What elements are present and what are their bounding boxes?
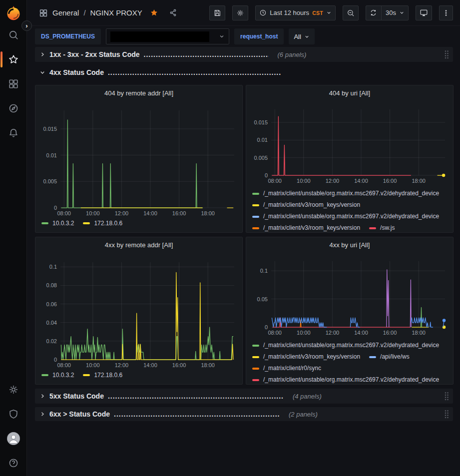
sidebar-item-search[interactable] — [2, 24, 24, 46]
top-header: General / NGINX PROXY Last 12 hours — [27, 0, 460, 26]
legend-item[interactable]: /_matrix/client/v3/room_keys/version — [252, 199, 360, 211]
svg-text:0.08: 0.08 — [46, 282, 57, 288]
dashboard-row-4xx[interactable]: 4xx Status Code ........................… — [35, 65, 453, 79]
dashboard-row-6xx[interactable]: 6xx > Status Code ......................… — [35, 407, 453, 421]
svg-text:0.1: 0.1 — [49, 264, 57, 270]
legend-label: /_matrix/client/unstable/org.matrix.msc2… — [263, 211, 439, 222]
sidebar-item-alerting[interactable] — [2, 122, 24, 144]
legend-item[interactable]: /sw.js — [369, 222, 395, 232]
panel-title[interactable]: 4xx by uri [All] — [246, 241, 453, 249]
legend-label: 172.18.0.6 — [94, 370, 122, 380]
zoom-out-button[interactable] — [343, 5, 359, 20]
grafana-logo-icon[interactable] — [5, 4, 22, 21]
legend-item[interactable]: 172.18.0.6 — [83, 370, 122, 380]
panel-4xx-by-uri: 4xx by uri [All] 00.050.108:0010:0012:00… — [246, 237, 454, 385]
legend-swatch — [252, 356, 259, 358]
legend-swatch — [252, 379, 259, 381]
legend-item[interactable]: /api/live/ws — [369, 351, 410, 363]
svg-text:0.015: 0.015 — [254, 119, 268, 125]
save-dashboard-button[interactable] — [209, 5, 225, 20]
legend-swatch — [41, 222, 48, 224]
chevron-down-icon — [399, 10, 405, 15]
legend-item[interactable]: /_matrix/client/unstable/org.matrix.msc2… — [252, 211, 439, 222]
shield-icon — [8, 409, 19, 420]
panel-title[interactable]: 404 by uri [All] — [246, 89, 453, 97]
dashboard-settings-button[interactable] — [232, 5, 248, 20]
legend-item[interactable]: 172.18.0.6 — [83, 218, 122, 228]
row-panel-count: (4 panels) — [293, 393, 322, 400]
save-icon — [213, 9, 221, 17]
drag-handle-icon[interactable] — [444, 392, 449, 401]
svg-text:12:00: 12:00 — [326, 178, 340, 184]
sidebar-item-configuration[interactable] — [2, 379, 24, 401]
svg-text:0.02: 0.02 — [46, 338, 57, 344]
legend-swatch — [41, 374, 48, 376]
drag-handle-icon[interactable] — [444, 50, 449, 59]
legend-item[interactable]: /_matrix/client/r0/sync — [252, 363, 321, 374]
breadcrumb: General / NGINX PROXY — [39, 8, 177, 17]
legend-swatch — [252, 345, 259, 347]
chart-canvas[interactable]: 00.0050.010.01508:0010:0012:0014:0016:00… — [35, 85, 242, 232]
svg-text:0.015: 0.015 — [43, 126, 57, 132]
variable-value-dropdown-request-host[interactable]: All — [289, 28, 314, 44]
dashboard-row-1xx-3xx-2xx[interactable]: 1xx - 3xx - 2xx Status Code ............… — [35, 47, 453, 62]
svg-text:0.1: 0.1 — [260, 268, 268, 274]
sidebar-item-help[interactable] — [2, 452, 24, 474]
row-title-dots: ........................................… — [114, 410, 280, 418]
breadcrumb-dashboard-title[interactable]: NGINX PROXY — [90, 8, 142, 17]
variable-label-request-host[interactable]: request_host — [234, 28, 284, 44]
legend-item[interactable]: /_matrix/client/v3/room_keys/version — [252, 351, 360, 363]
sidebar-item-starred[interactable] — [2, 48, 24, 70]
chart-canvas[interactable]: 00.020.040.060.080.108:0010:0012:0014:00… — [35, 237, 242, 384]
svg-text:12:00: 12:00 — [115, 210, 129, 216]
legend-item[interactable]: 10.0.3.2 — [41, 370, 74, 380]
sidebar-item-profile[interactable] — [2, 428, 24, 450]
tv-mode-button[interactable] — [416, 5, 432, 20]
svg-text:16:00: 16:00 — [383, 330, 397, 336]
panel-title[interactable]: 4xx by remote addr [All] — [35, 241, 242, 249]
legend-item[interactable]: /_matrix/client/unstable/org.matrix.msc2… — [252, 374, 439, 384]
chevron-right-icon — [39, 51, 45, 57]
gear-icon — [236, 9, 244, 17]
legend-label: /sw.js — [380, 222, 395, 232]
favorite-star-icon[interactable] — [150, 8, 158, 17]
svg-text:08:00: 08:00 — [268, 178, 282, 184]
legend-item[interactable]: 10.0.3.2 — [41, 218, 74, 228]
legend-item[interactable]: /_matrix/client/v3/room_keys/version — [252, 222, 360, 232]
svg-text:10:00: 10:00 — [297, 178, 311, 184]
svg-text:12:00: 12:00 — [115, 362, 129, 368]
row-title: 6xx > Status Code — [49, 410, 110, 418]
legend-label: /_matrix/client/unstable/org.matrix.msc2… — [263, 340, 439, 351]
sidebar-item-explore[interactable] — [2, 97, 24, 119]
sidebar-item-server-admin[interactable] — [2, 403, 24, 425]
dashboard-row-5xx[interactable]: 5xx Status Code ........................… — [35, 389, 453, 404]
legend-item[interactable]: /_matrix/client/unstable/org.matrix.msc2… — [252, 188, 439, 199]
panel-title[interactable]: 404 by remote addr [All] — [35, 89, 242, 97]
chevron-down-icon — [39, 69, 45, 75]
legend-label: 10.0.3.2 — [52, 370, 74, 380]
drag-handle-icon[interactable] — [444, 410, 449, 419]
gear-icon — [8, 384, 19, 395]
breadcrumb-section[interactable]: General — [52, 8, 79, 17]
svg-text:18:00: 18:00 — [201, 210, 215, 216]
variable-label-ds-prometheus[interactable]: DS_PROMETHEUS — [35, 28, 101, 44]
svg-text:10:00: 10:00 — [297, 330, 311, 336]
time-range-picker[interactable]: Last 12 hours CST — [255, 5, 336, 20]
legend-label: /_matrix/client/v3/room_keys/version — [263, 222, 360, 232]
svg-text:18:00: 18:00 — [201, 362, 215, 368]
variables-bar: DS_PROMETHEUS request_host All — [35, 26, 453, 47]
legend-item[interactable]: /_matrix/client/unstable/org.matrix.msc2… — [252, 340, 439, 351]
refresh-picker[interactable]: 30s — [366, 5, 409, 20]
share-icon[interactable] — [169, 8, 177, 17]
sidebar-expand-button[interactable]: › — [21, 20, 32, 31]
svg-text:18:00: 18:00 — [412, 330, 426, 336]
sidebar — [0, 0, 27, 476]
clock-icon — [259, 9, 267, 16]
variable-value-dropdown-ds-prometheus[interactable] — [106, 28, 229, 44]
svg-text:12:00: 12:00 — [326, 330, 340, 336]
svg-text:0.05: 0.05 — [257, 296, 268, 302]
more-options-button[interactable] — [439, 5, 453, 20]
row-panel-count: (6 panels) — [278, 51, 307, 58]
sidebar-item-dashboards[interactable] — [2, 73, 24, 95]
row-title-dots: ........................................… — [108, 392, 284, 400]
